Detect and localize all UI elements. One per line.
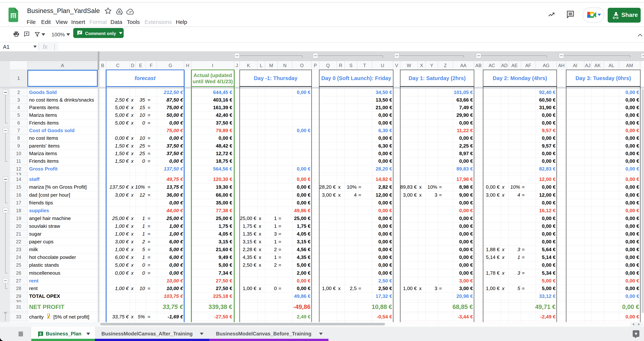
svg-text:6: 6 [40,332,42,336]
